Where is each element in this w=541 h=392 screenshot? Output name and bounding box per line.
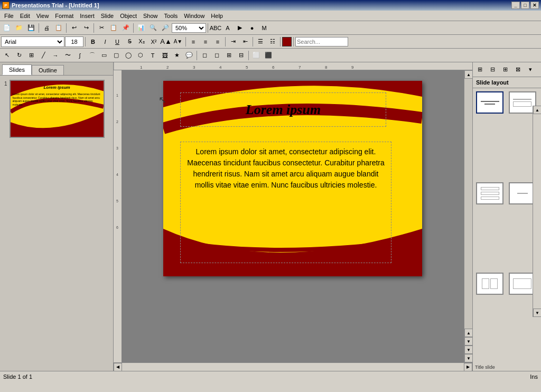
align-right-button[interactable]: ≡ <box>212 36 223 48</box>
outline-tab[interactable]: Outline <box>32 65 64 75</box>
layout-item-4[interactable] <box>509 182 536 204</box>
subscript-button[interactable]: X₂ <box>136 36 147 48</box>
copy-button[interactable]: 📋 <box>108 22 119 34</box>
decrease-size-button[interactable]: A▼ <box>172 36 184 48</box>
layout-item-2[interactable] <box>509 91 536 114</box>
menu-insert[interactable]: Insert <box>77 11 98 21</box>
layout-btn1[interactable]: ⊞ <box>474 64 486 76</box>
save-button[interactable]: 💾 <box>25 22 37 34</box>
cut-button[interactable]: ✂ <box>96 22 107 34</box>
master-button[interactable]: M <box>258 22 270 34</box>
curve-button[interactable]: ∫ <box>74 50 86 61</box>
rect-button[interactable]: ▭ <box>98 50 110 61</box>
connectors-button[interactable]: ⌒ <box>86 50 98 61</box>
rotate-button[interactable]: ↻ <box>13 50 25 61</box>
right-scroll-up[interactable]: ▲ <box>533 106 541 114</box>
scroll-bottom-button[interactable]: ▼ <box>464 354 472 362</box>
menu-tools[interactable]: Tools <box>161 11 181 21</box>
numbering-button[interactable]: ☷ <box>267 36 278 48</box>
callout-button[interactable]: 💬 <box>183 50 195 61</box>
italic-button[interactable]: I <box>99 36 111 48</box>
bring-front-button[interactable]: ⬜ <box>250 50 262 61</box>
scroll-left-button[interactable]: ◀ <box>114 363 122 371</box>
scroll-right-button[interactable]: ▶ <box>464 363 472 371</box>
font-size-input[interactable] <box>65 36 83 47</box>
record-button[interactable]: ● <box>246 22 258 34</box>
decrease-indent-button[interactable]: ⇤ <box>239 36 251 48</box>
scroll-up-next-button[interactable]: ▼ <box>464 346 472 354</box>
menu-object[interactable]: Object <box>117 11 140 21</box>
ungroup-button[interactable]: ⊟ <box>235 50 247 61</box>
layout-item-6[interactable] <box>509 273 536 295</box>
menu-format[interactable]: Format <box>52 11 77 21</box>
font-color-picker[interactable] <box>282 37 292 46</box>
menu-window[interactable]: Window <box>181 11 208 21</box>
preview-button[interactable]: 📋 <box>53 22 64 34</box>
open-button[interactable]: 📁 <box>13 22 25 34</box>
star-button[interactable]: ★ <box>171 50 183 61</box>
title-bar-controls[interactable]: _ □ ✕ <box>511 2 539 9</box>
bold-button[interactable]: B <box>87 36 99 48</box>
scroll-down-prev-button[interactable]: ▲ <box>464 329 472 337</box>
select-button[interactable]: ↖ <box>1 50 13 61</box>
insert-chart-button[interactable]: 📊 <box>135 22 147 34</box>
menu-view[interactable]: View <box>33 11 52 21</box>
slide-thumbnail[interactable]: Lorem ipsum Lorem ipsum dolor sit amet, … <box>10 80 105 138</box>
freehand-button[interactable]: 〜 <box>62 50 73 61</box>
menu-edit[interactable]: Edit <box>17 11 33 21</box>
style-button[interactable]: A <box>222 22 234 34</box>
menu-file[interactable]: File <box>1 11 17 21</box>
presentation-button[interactable]: ▶ <box>234 22 246 34</box>
body-textbox[interactable]: Lorem ipsum dolor sit amet, consectetur … <box>180 142 391 263</box>
close-button[interactable]: ✕ <box>530 2 539 9</box>
scroll-up-button[interactable]: ▲ <box>464 70 472 79</box>
canvas-area[interactable]: ↖ <box>122 70 464 362</box>
polygon-button[interactable]: ⬡ <box>135 50 146 61</box>
layout-btn3[interactable]: ⊞ <box>499 64 511 76</box>
print-button[interactable]: 🖨 <box>41 22 52 34</box>
new-button[interactable]: 📄 <box>1 22 13 34</box>
slides-area[interactable]: 1 Lorem ipsum Lorem ipsum dolor sit amet… <box>0 76 113 371</box>
scroll-down-button[interactable]: ▼ <box>464 337 472 346</box>
slides-tab[interactable]: Slides <box>2 64 32 75</box>
menu-help[interactable]: Help <box>208 11 226 21</box>
search-input[interactable] <box>295 37 348 46</box>
horizontal-scrollbar[interactable]: ◀ ▶ <box>114 362 472 371</box>
layout-item-3[interactable] <box>476 182 503 204</box>
superscript-button[interactable]: X² <box>148 36 160 48</box>
right-scrollbar[interactable]: ▲ ▼ <box>533 106 541 317</box>
menu-show[interactable]: Show <box>140 11 161 21</box>
group-button[interactable]: ⊞ <box>223 50 235 61</box>
layout-item-1[interactable] <box>476 91 503 114</box>
minimize-button[interactable]: _ <box>511 2 520 9</box>
restore-button[interactable]: □ <box>521 2 529 9</box>
scroll-track-v[interactable] <box>464 79 472 329</box>
menu-slide[interactable]: Slide <box>98 11 117 21</box>
paste-button[interactable]: 📌 <box>120 22 132 34</box>
align-left-button[interactable]: ≡ <box>188 36 199 48</box>
font-select[interactable]: Arial Times New Roman <box>1 36 64 47</box>
layout-btn2[interactable]: ⊟ <box>487 64 498 76</box>
underline-button[interactable]: U <box>111 36 123 48</box>
layout-item-5[interactable] <box>476 273 503 295</box>
arrow-button[interactable]: → <box>50 50 61 61</box>
layout-btn5[interactable]: ▾ <box>525 64 536 76</box>
slide-canvas[interactable]: Lorem ipsum Lorem ipsum dolor sit amet, … <box>163 81 422 276</box>
zoom-select[interactable]: 50% 75% 100% <box>172 23 206 33</box>
line-button[interactable]: ╱ <box>38 50 49 61</box>
increase-indent-button[interactable]: ⇥ <box>227 36 239 48</box>
send-back-button[interactable]: ⬛ <box>263 50 274 61</box>
insert-image-button[interactable]: 🖼 <box>159 50 171 61</box>
increase-size-button[interactable]: A▲ <box>160 36 172 48</box>
bullets-button[interactable]: ☰ <box>255 36 266 48</box>
spellcheck-button[interactable]: ABC <box>210 22 221 34</box>
undo-button[interactable]: ↩ <box>68 22 80 34</box>
zoom-out-button[interactable]: 🔎 <box>160 22 171 34</box>
vertical-scrollbar[interactable]: ▲ ▲ ▼ ▼ ▼ <box>464 70 472 362</box>
text-button[interactable]: T <box>147 50 158 61</box>
right-scroll-down[interactable]: ▼ <box>533 309 541 317</box>
round-rect-button[interactable]: ▢ <box>110 50 122 61</box>
slide-layout-button[interactable]: ⊞ <box>25 50 37 61</box>
title-textbox[interactable]: Lorem ipsum <box>180 92 386 127</box>
zoom-in-button[interactable]: 🔍 <box>147 22 159 34</box>
